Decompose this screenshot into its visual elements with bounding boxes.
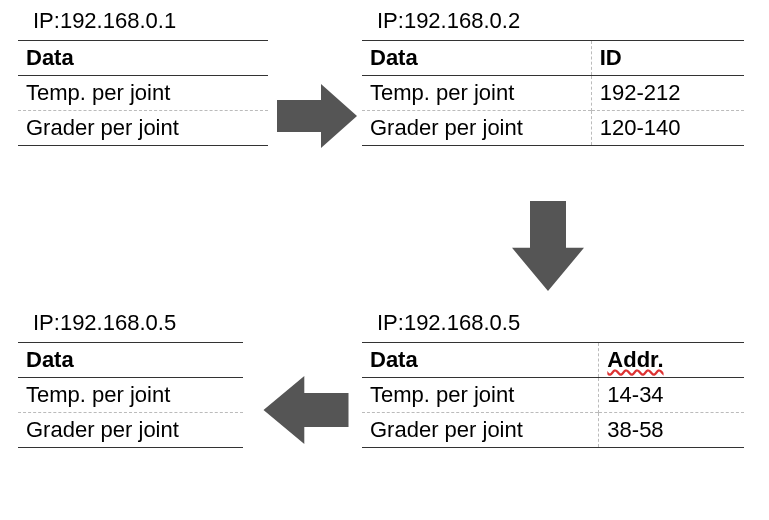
node-4-r0-c0: Temp. per joint [18, 378, 243, 413]
node-3-header-addr: Addr. [599, 343, 744, 378]
node-1-r0-c0: Temp. per joint [18, 76, 268, 111]
table-row: Temp. per joint 14-34 [362, 378, 744, 413]
node-2: IP:192.168.0.2 Data ID Temp. per joint 1… [362, 8, 744, 146]
svg-marker-2 [264, 376, 349, 444]
table-row: Grader per joint 120-140 [362, 111, 744, 146]
node-3-ip: IP:192.168.0.5 [377, 310, 744, 336]
arrow-left-icon [255, 376, 357, 444]
arrow-down-icon [512, 200, 584, 292]
node-4-header-data: Data [18, 343, 243, 378]
node-3-r0-c1: 14-34 [599, 378, 744, 413]
node-4-r1-c0: Grader per joint [18, 413, 243, 448]
table-row: Temp. per joint [18, 76, 268, 111]
node-2-r1-c1: 120-140 [591, 111, 744, 146]
node-2-header-data: Data [362, 41, 591, 76]
node-4: IP:192.168.0.5 Data Temp. per joint Grad… [18, 310, 243, 448]
node-2-r0-c0: Temp. per joint [362, 76, 591, 111]
node-2-ip: IP:192.168.0.2 [377, 8, 744, 34]
node-2-table: Data ID Temp. per joint 192-212 Grader p… [362, 40, 744, 146]
node-3-r1-c1: 38-58 [599, 413, 744, 448]
svg-marker-0 [277, 84, 357, 148]
node-4-ip: IP:192.168.0.5 [33, 310, 243, 336]
node-2-r1-c0: Grader per joint [362, 111, 591, 146]
table-row: Temp. per joint [18, 378, 243, 413]
node-1-header-data: Data [18, 41, 268, 76]
node-3-r1-c0: Grader per joint [362, 413, 599, 448]
table-row: Grader per joint 38-58 [362, 413, 744, 448]
table-row: Grader per joint [18, 111, 268, 146]
table-row: Grader per joint [18, 413, 243, 448]
arrow-right-icon [276, 84, 358, 148]
node-1-ip: IP:192.168.0.1 [33, 8, 268, 34]
svg-marker-1 [512, 201, 584, 291]
node-3: IP:192.168.0.5 Data Addr. Temp. per join… [362, 310, 744, 448]
node-1: IP:192.168.0.1 Data Temp. per joint Grad… [18, 8, 268, 146]
node-2-header-id: ID [591, 41, 744, 76]
node-3-r0-c0: Temp. per joint [362, 378, 599, 413]
node-1-r1-c0: Grader per joint [18, 111, 268, 146]
node-2-r0-c1: 192-212 [591, 76, 744, 111]
node-1-table: Data Temp. per joint Grader per joint [18, 40, 268, 146]
node-3-header-data: Data [362, 343, 599, 378]
node-3-table: Data Addr. Temp. per joint 14-34 Grader … [362, 342, 744, 448]
table-row: Temp. per joint 192-212 [362, 76, 744, 111]
node-4-table: Data Temp. per joint Grader per joint [18, 342, 243, 448]
